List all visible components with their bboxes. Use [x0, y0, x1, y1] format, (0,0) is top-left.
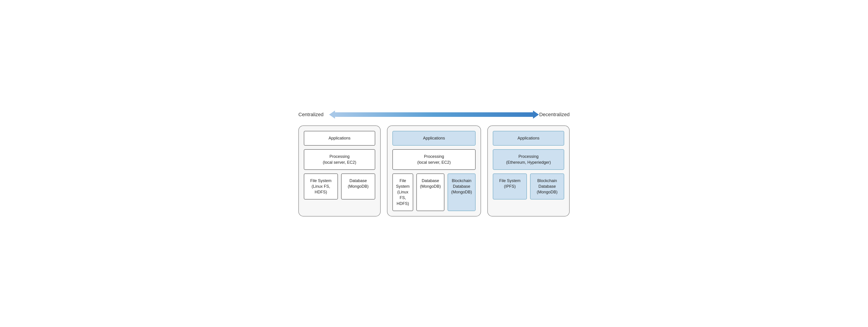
- storage-row-col3: File System (IPFS)Blockchain Database (M…: [493, 173, 564, 200]
- card-col2: ApplicationsProcessing (local server, EC…: [387, 126, 481, 217]
- processing-box-col2: Processing (local server, EC2): [393, 149, 475, 170]
- applications-box-col1: Applications: [304, 131, 375, 145]
- storage-row-col2: File System (Linux FS, HDFS)Database (Mo…: [393, 173, 475, 211]
- storage-box-col3-item2: Blockchain Database (MongoDB): [530, 173, 564, 200]
- arrow-bar: [335, 112, 533, 117]
- storage-box-col1-item1: File System (Linux FS, HDFS): [304, 173, 338, 200]
- storage-box-col2-item1: File System (Linux FS, HDFS): [393, 173, 413, 211]
- storage-box-col3-item1: File System (IPFS): [493, 173, 527, 200]
- diagram-wrapper: Centralized Decentralized ApplicationsPr…: [298, 110, 569, 217]
- storage-box-col2-item3: Blockchain Database (MongoDB): [447, 173, 475, 211]
- card-col3: ApplicationsProcessing (Ethereum, Hyperi…: [487, 126, 569, 217]
- applications-box-col2: Applications: [393, 131, 475, 145]
- card-col1: ApplicationsProcessing (local server, EC…: [298, 126, 381, 217]
- columns-container: ApplicationsProcessing (local server, EC…: [298, 126, 569, 217]
- centralized-label: Centralized: [298, 112, 330, 117]
- decentralized-label: Decentralized: [538, 112, 569, 117]
- arrow-row: Centralized Decentralized: [298, 110, 569, 119]
- processing-box-col1: Processing (local server, EC2): [304, 149, 375, 170]
- processing-box-col3: Processing (Ethereum, Hyperiedger): [493, 149, 564, 170]
- arrow-bar-container: [335, 110, 533, 119]
- storage-box-col2-item2: Database (MongoDB): [416, 173, 444, 211]
- storage-row-col1: File System (Linux FS, HDFS)Database (Mo…: [304, 173, 375, 200]
- storage-box-col1-item2: Database (MongoDB): [341, 173, 375, 200]
- applications-box-col3: Applications: [493, 131, 564, 145]
